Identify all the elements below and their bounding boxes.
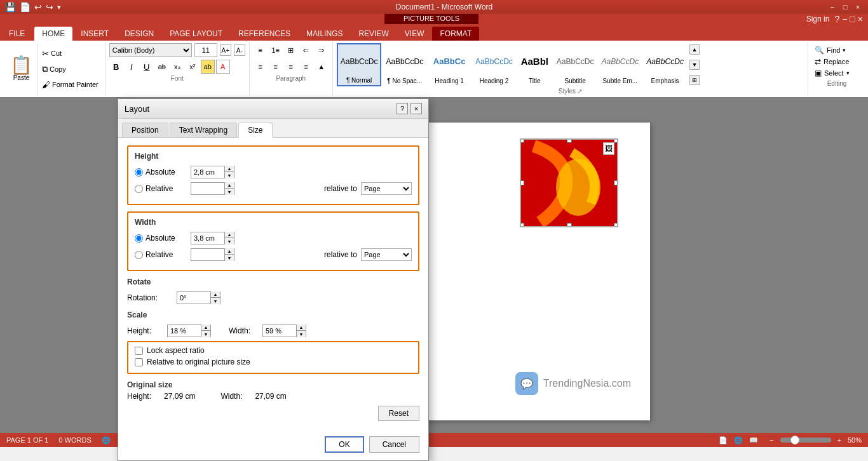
align-right-button[interactable]: ≡ [284,60,298,74]
format-painter-button[interactable]: 🖌 Format Painter [41,79,100,90]
width-absolute-down[interactable]: ▼ [225,238,234,244]
height-absolute-spin[interactable]: ▲ ▼ [191,166,234,178]
document-image[interactable]: 🖼 [520,138,618,227]
rotation-down[interactable]: ▼ [211,298,220,304]
lock-aspect-row[interactable]: Lock aspect ratio [135,346,412,355]
height-relative-down[interactable]: ▼ [225,189,234,195]
cancel-button[interactable]: Cancel [369,436,419,453]
width-relative-radio-label[interactable]: Relative [135,250,186,259]
sign-in[interactable]: Sign in [806,15,830,23]
bullets-button[interactable]: ≡ [254,43,268,57]
resize-handle-bl[interactable] [520,223,524,227]
width-absolute-radio[interactable] [135,234,143,243]
maximize-button[interactable]: □ [840,2,850,12]
style-title[interactable]: AaBbl Title [517,43,552,86]
style-heading1[interactable]: AaBbCc Heading 1 [428,43,471,86]
justify-button[interactable]: ≡ [299,60,313,74]
cut-button[interactable]: ✂ Cut [41,48,100,59]
minimize-button[interactable]: − [827,2,837,12]
tab-home[interactable]: HOME [34,27,72,41]
zoom-slider[interactable] [780,438,831,443]
height-absolute-radio[interactable] [135,168,143,177]
font-size-decrease-button[interactable]: A- [234,44,245,56]
tab-references[interactable]: REFERENCES [231,27,298,41]
resize-handle-mr[interactable] [614,180,618,185]
tab-page-layout[interactable]: PAGE LAYOUT [162,27,230,41]
styles-scroll-up[interactable]: ▲ [689,44,700,55]
resize-handle-bm[interactable] [567,223,572,227]
height-relative-to-select[interactable]: Page Margin [361,182,412,195]
lock-aspect-checkbox[interactable] [135,347,143,355]
relative-original-row[interactable]: Relative to original picture size [135,357,412,366]
style-normal[interactable]: AaBbCcDc ¶ Normal [337,43,382,86]
resize-handle-tm[interactable] [567,138,572,143]
zoom-thumb[interactable] [790,436,799,444]
zoom-in-button[interactable]: + [837,436,841,444]
scale-width-up[interactable]: ▲ [297,324,306,331]
width-relative-spin[interactable]: ▲ ▼ [191,248,234,261]
relative-original-checkbox[interactable] [135,358,143,366]
copy-button[interactable]: ⧉ Copy [41,63,100,75]
view-web-icon[interactable]: 🌐 [734,436,743,444]
scale-width-input[interactable] [263,325,296,337]
style-heading2[interactable]: AaBbCcDc Heading 2 [472,43,516,86]
tab-mailings[interactable]: MAILINGS [299,27,350,41]
styles-more[interactable]: ⊞ [689,75,700,85]
subscript-button[interactable]: x₂ [170,60,184,74]
width-relative-to-select[interactable]: Page Margin [361,248,412,261]
width-absolute-up[interactable]: ▲ [225,232,234,238]
width-absolute-radio-label[interactable]: Absolute [135,234,186,243]
decrease-indent-button[interactable]: ⇐ [299,43,313,57]
scale-height-spin[interactable]: ▲ ▼ [167,324,211,337]
tab-position[interactable]: Position [122,123,168,137]
dialog-help-button[interactable]: ? [397,103,408,114]
tab-size[interactable]: Size [238,123,272,138]
multi-level-list-button[interactable]: ⊞ [284,43,298,57]
height-relative-spin[interactable]: ▲ ▼ [191,182,234,195]
font-name-select[interactable]: Calibri (Body) [109,43,192,57]
dialog-close-button[interactable]: × [410,103,422,114]
style-subtitle[interactable]: AaBbCcDc Subtitle [553,43,597,86]
height-absolute-up[interactable]: ▲ [225,166,234,172]
ok-button[interactable]: OK [325,436,363,453]
resize-handle-br[interactable] [614,223,618,227]
superscript-button[interactable]: x² [186,60,200,74]
height-absolute-input[interactable] [191,166,224,178]
styles-scroll-down[interactable]: ▼ [689,60,700,70]
highlight-button[interactable]: ab [201,60,215,74]
width-relative-down[interactable]: ▼ [225,255,234,261]
view-read-icon[interactable]: 📖 [749,436,758,444]
scale-width-spin[interactable]: ▲ ▼ [262,324,306,337]
width-absolute-spin[interactable]: ▲ ▼ [191,232,234,244]
scale-height-up[interactable]: ▲ [201,324,210,331]
close-button[interactable]: × [853,2,863,12]
tab-file[interactable]: FILE [0,27,34,41]
resize-handle-tr[interactable] [614,138,618,143]
shading-button[interactable]: ▲ [315,60,329,74]
width-relative-up[interactable]: ▲ [225,248,234,255]
align-center-button[interactable]: ≡ [269,60,283,74]
numbering-button[interactable]: 1≡ [269,43,283,57]
replace-button[interactable]: ⇄ Replace [812,56,862,67]
rotation-input[interactable] [177,292,210,304]
view-print-icon[interactable]: 📄 [719,436,728,444]
tab-insert[interactable]: INSERT [73,27,116,41]
style-subtle-em[interactable]: AaBbCcDc Subtle Em... [599,43,642,86]
tab-format[interactable]: FORMAT [432,27,479,41]
resize-handle-ml[interactable] [520,180,524,185]
paste-button[interactable]: 📋 Paste [5,43,38,95]
strikethrough-button[interactable]: ab [155,60,169,74]
height-absolute-radio-label[interactable]: Absolute [135,168,186,177]
font-size-increase-button[interactable]: A+ [220,44,231,56]
italic-button[interactable]: I [125,60,139,74]
height-absolute-down[interactable]: ▼ [225,172,234,178]
scale-height-down[interactable]: ▼ [201,331,210,337]
height-relative-radio-label[interactable]: Relative [135,184,186,193]
style-no-spacing[interactable]: AaBbCcDc ¶ No Spac... [383,43,426,86]
height-relative-input[interactable] [191,183,224,194]
underline-button[interactable]: U [140,60,154,74]
zoom-out-button[interactable]: − [770,436,773,444]
align-left-button[interactable]: ≡ [254,60,268,74]
tab-design[interactable]: DESIGN [117,27,161,41]
select-button[interactable]: ▣ Select ▾ [812,67,862,79]
